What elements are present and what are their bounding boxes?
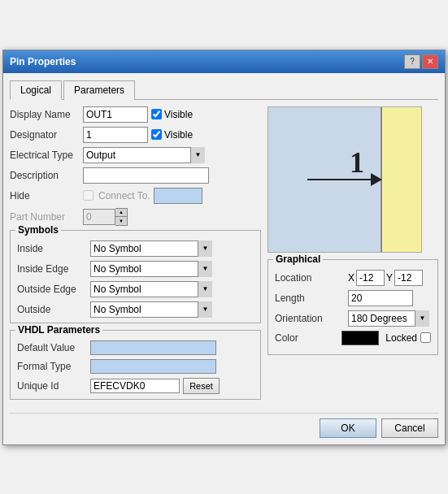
length-row: Length — [275, 290, 431, 306]
designator-row: Designator Visible — [10, 127, 261, 143]
default-value-label: Default Value — [17, 342, 90, 353]
bottom-buttons: OK Cancel — [10, 413, 438, 438]
dialog-body: Logical Parameters Display Name Visible — [3, 73, 445, 444]
part-number-input[interactable] — [83, 209, 115, 225]
main-content: Display Name Visible Designator Visible — [10, 106, 438, 406]
electrical-type-select[interactable]: Input Output I/O Passive — [83, 147, 205, 163]
formal-type-label: Formal Type — [17, 361, 90, 372]
help-button[interactable]: ? — [404, 54, 420, 69]
cancel-button[interactable]: Cancel — [381, 418, 438, 438]
reset-button[interactable]: Reset — [183, 378, 220, 394]
display-name-row: Display Name Visible — [10, 106, 261, 123]
outside-row: Outside No Symbol Dot ▼ — [17, 301, 254, 318]
vhdl-section: VHDL Parameters Default Value Formal Typ… — [10, 330, 261, 400]
dialog-title: Pin Properties — [10, 56, 76, 67]
outside-edge-row: Outside Edge No Symbol Dot ▼ — [17, 281, 254, 297]
inside-edge-select[interactable]: No Symbol Dot — [90, 261, 212, 277]
inside-select-wrapper: No Symbol Dot Clock ▼ — [90, 240, 212, 257]
unique-id-row: Unique Id Reset — [17, 378, 254, 394]
unique-id-input[interactable] — [90, 379, 180, 393]
close-button[interactable]: ✕ — [422, 54, 438, 69]
outside-edge-select[interactable]: No Symbol Dot — [90, 281, 212, 297]
inside-label: Inside — [17, 243, 90, 254]
outside-select[interactable]: No Symbol Dot — [90, 301, 212, 318]
vhdl-content: Default Value Formal Type Unique Id Rese… — [17, 340, 254, 394]
preview-component — [381, 107, 421, 252]
display-name-label: Display Name — [10, 109, 83, 120]
color-swatch[interactable] — [341, 331, 379, 345]
symbols-section: Symbols Inside No Symbol Dot Clock — [10, 230, 261, 323]
inside-select[interactable]: No Symbol Dot Clock — [90, 240, 212, 257]
location-row: Location X Y — [275, 270, 431, 286]
display-name-input[interactable] — [83, 106, 148, 123]
graphical-section: Graphical Location X Y Length — [267, 259, 438, 355]
part-number-row: Part Number ▲ ▼ — [10, 208, 261, 226]
color-row: Color Locked — [275, 331, 431, 345]
pin-line — [307, 179, 381, 180]
description-input[interactable] — [83, 167, 209, 184]
outside-label: Outside — [17, 304, 90, 315]
designator-input[interactable] — [83, 127, 148, 143]
inside-edge-select-wrapper: No Symbol Dot ▼ — [90, 261, 212, 277]
part-number-spinner: ▲ ▼ — [83, 208, 128, 226]
pin-arrow-icon — [371, 173, 382, 186]
symbols-section-title: Symbols — [15, 224, 61, 236]
spin-up-button[interactable]: ▲ — [115, 209, 127, 217]
location-y-input[interactable] — [394, 270, 423, 286]
pin-properties-dialog: Pin Properties ? ✕ Logical Parameters Di… — [2, 50, 446, 445]
part-number-label: Part Number — [10, 211, 83, 223]
orientation-row: Orientation 0 Degrees 90 Degrees 180 Deg… — [275, 310, 431, 327]
tab-logical[interactable]: Logical — [10, 80, 62, 100]
title-bar: Pin Properties ? ✕ — [3, 50, 445, 73]
spin-buttons: ▲ ▼ — [115, 208, 128, 226]
display-name-visible-checkbox[interactable] — [151, 109, 162, 119]
hide-checkbox[interactable] — [83, 190, 94, 201]
orientation-select-wrapper: 0 Degrees 90 Degrees 180 Degrees 270 Deg… — [348, 310, 429, 327]
outside-edge-select-wrapper: No Symbol Dot ▼ — [90, 281, 212, 297]
outside-edge-label: Outside Edge — [17, 284, 90, 295]
outside-select-wrapper: No Symbol Dot ▼ — [90, 301, 212, 318]
spin-down-button[interactable]: ▼ — [115, 217, 127, 225]
electrical-type-label: Electrical Type — [10, 150, 83, 161]
tab-parameters[interactable]: Parameters — [63, 80, 135, 100]
color-label: Color — [275, 332, 341, 344]
inside-edge-label: Inside Edge — [17, 263, 90, 275]
orientation-select[interactable]: 0 Degrees 90 Degrees 180 Degrees 270 Deg… — [348, 310, 429, 327]
inside-edge-row: Inside Edge No Symbol Dot ▼ — [17, 261, 254, 277]
description-row: Description — [10, 167, 261, 184]
designator-visible-label: Visible — [151, 129, 193, 141]
description-label: Description — [10, 170, 83, 181]
locked-checkbox[interactable] — [420, 332, 431, 343]
window-controls: ? ✕ — [404, 54, 438, 69]
default-value-row: Default Value — [17, 340, 254, 355]
designator-visible-checkbox[interactable] — [151, 129, 162, 140]
pin-preview: 1 — [267, 106, 422, 253]
length-input[interactable] — [348, 290, 413, 306]
inside-row: Inside No Symbol Dot Clock ▼ — [17, 240, 254, 257]
formal-type-input[interactable] — [90, 359, 216, 374]
graphical-content: Location X Y Length — [275, 270, 431, 345]
default-value-input[interactable] — [90, 340, 216, 355]
orientation-label: Orientation — [275, 313, 348, 324]
electrical-type-row: Electrical Type Input Output I/O Passive… — [10, 147, 261, 163]
ok-button[interactable]: OK — [320, 418, 376, 438]
x-label: X — [348, 272, 354, 284]
location-label: Location — [275, 272, 348, 284]
locked-label: Locked — [385, 332, 417, 344]
right-panel: 1 Graphical Location X Y — [267, 106, 438, 406]
symbols-content: Inside No Symbol Dot Clock ▼ — [17, 240, 254, 318]
location-x-input[interactable] — [356, 270, 385, 286]
vhdl-section-title: VHDL Parameters — [15, 324, 102, 336]
tab-bar: Logical Parameters — [10, 80, 438, 100]
connect-to-label: Connect To. — [98, 190, 150, 202]
connect-to-input[interactable] — [154, 188, 202, 204]
unique-id-label: Unique Id — [17, 380, 90, 392]
length-label: Length — [275, 292, 348, 304]
hide-label: Hide — [10, 190, 83, 202]
electrical-type-wrapper: Input Output I/O Passive ▼ — [83, 147, 205, 163]
hide-row: Hide Connect To. — [10, 188, 261, 204]
display-name-visible-label: Visible — [151, 109, 193, 120]
pin-number: 1 — [350, 145, 364, 180]
graphical-section-title: Graphical — [273, 254, 323, 265]
formal-type-row: Formal Type — [17, 359, 254, 374]
